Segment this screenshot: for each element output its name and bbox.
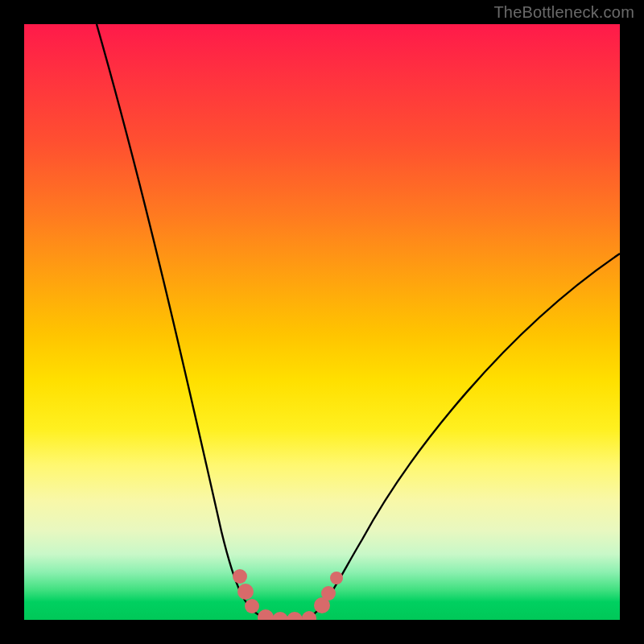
marker-dot xyxy=(237,584,254,600)
marker-group xyxy=(233,569,343,620)
marker-dot xyxy=(287,612,303,620)
curve-layer xyxy=(24,24,620,620)
marker-dot xyxy=(272,612,288,620)
marker-dot xyxy=(330,572,343,584)
plot-area xyxy=(24,24,620,620)
marker-dot xyxy=(245,599,259,613)
watermark-text: TheBottleneck.com xyxy=(493,3,634,22)
marker-dot xyxy=(321,586,336,601)
marker-dot xyxy=(302,611,316,620)
chart-frame: TheBottleneck.com xyxy=(0,0,644,644)
bottleneck-curve xyxy=(97,24,620,618)
marker-dot xyxy=(233,569,247,584)
marker-dot xyxy=(258,609,274,620)
